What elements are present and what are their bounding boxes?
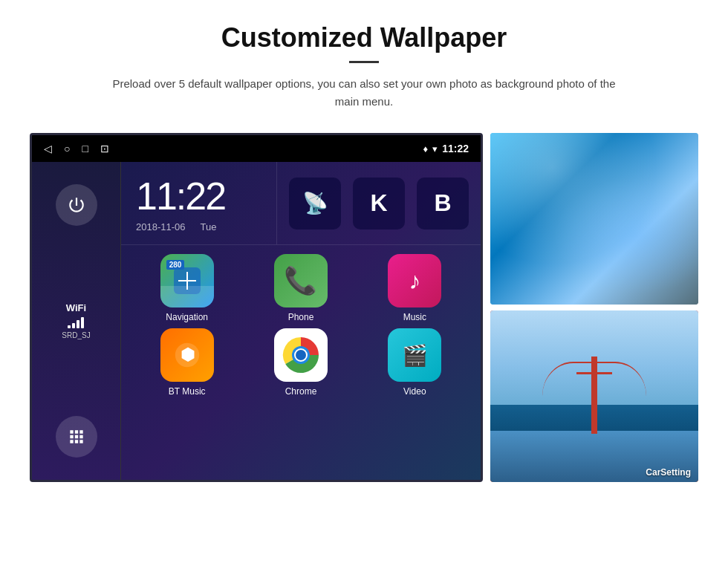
recents-icon[interactable]: □ [82, 143, 88, 154]
wifi-icon: ▾ [432, 143, 438, 154]
k-label: K [370, 189, 387, 217]
clock-day-value: Tue [201, 221, 217, 232]
location-icon: ♦ [423, 143, 429, 154]
wifi-info: WiFi SRD_SJ [62, 302, 90, 339]
right-panel: CarSetting [490, 133, 698, 482]
bt-music-label: BT Music [169, 386, 206, 397]
wallpaper-preview-bottom[interactable]: CarSetting [490, 310, 698, 482]
b-label: B [434, 189, 451, 217]
status-left: ◁ ○ □ ⊡ [44, 143, 109, 154]
carsetting-label: CarSetting [646, 467, 691, 478]
back-icon[interactable]: ◁ [44, 143, 52, 154]
music-label: Music [403, 312, 426, 322]
wifi-ssid: SRD_SJ [62, 331, 90, 339]
app-music[interactable]: ♪ Music [361, 254, 469, 322]
wifi-widget[interactable]: 📡 [289, 178, 341, 230]
page-header: Customized Wallpaper Preload over 5 defa… [0, 0, 728, 126]
bt-music-icon: ⬢ [160, 328, 214, 382]
wifi-bars [62, 316, 90, 328]
k-widget[interactable]: K [353, 178, 405, 230]
svg-text:⬢: ⬢ [180, 345, 194, 364]
home-screen: WiFi SRD_SJ [32, 162, 481, 480]
status-right: ♦ ▾ 11:22 [423, 143, 469, 154]
app-video[interactable]: 🎬 Video [361, 328, 469, 397]
b-widget[interactable]: B [417, 178, 469, 230]
app-phone[interactable]: 📞 Phone [247, 254, 354, 322]
clock-time: 11:22 [136, 174, 261, 218]
wifi-symbol-icon: 📡 [302, 191, 328, 215]
music-note-symbol: ♪ [409, 267, 420, 295]
clock-section: 11:22 2018-11-06 Tue [121, 162, 277, 244]
screenshot-icon[interactable]: ⊡ [100, 143, 109, 154]
left-sidebar: WiFi SRD_SJ [32, 162, 121, 480]
status-bar: ◁ ○ □ ⊡ ♦ ▾ 11:22 [32, 135, 481, 162]
music-icon: ♪ [388, 254, 441, 307]
clock-date-value: 2018-11-06 [136, 221, 186, 232]
main-area: 11:22 2018-11-06 Tue 📡 K [121, 162, 481, 480]
app-chrome[interactable]: Chrome [247, 328, 354, 397]
video-icon: 🎬 [388, 328, 441, 382]
phone-symbol: 📞 [284, 265, 317, 296]
video-clap-symbol: 🎬 [402, 343, 428, 368]
app-navigation[interactable]: 280 Navigation [133, 254, 241, 322]
bridge-cable-right [584, 362, 646, 430]
app-bt-music[interactable]: ⬢ BT Music [133, 328, 241, 397]
widget-icons: 📡 K B [277, 162, 481, 244]
main-content: ◁ ○ □ ⊡ ♦ ▾ 11:22 WiFi [0, 126, 728, 489]
page-description: Preload over 5 default wallpaper options… [104, 75, 624, 111]
title-divider [349, 61, 379, 63]
wallpaper-preview-top[interactable] [490, 133, 698, 305]
bluetooth-icon: ⬢ [174, 342, 201, 368]
device-frame: ◁ ○ □ ⊡ ♦ ▾ 11:22 WiFi [30, 133, 483, 482]
ice-texture [490, 133, 698, 305]
nav-road [160, 286, 214, 307]
clock-widget: 11:22 2018-11-06 Tue 📡 K [121, 162, 481, 245]
navigation-label: Navigation [166, 312, 208, 322]
chrome-label: Chrome [285, 386, 317, 397]
page-title: Customized Wallpaper [59, 22, 669, 53]
status-time: 11:22 [442, 143, 469, 154]
grid-icon [67, 427, 86, 446]
svg-point-8 [296, 350, 306, 360]
power-button[interactable] [56, 184, 97, 226]
power-icon [67, 195, 86, 215]
apps-button[interactable] [56, 416, 97, 458]
video-label: Video [403, 386, 426, 397]
chrome-svg [280, 334, 322, 376]
home-icon[interactable]: ○ [64, 143, 70, 154]
phone-label: Phone [288, 312, 314, 322]
wifi-label: WiFi [62, 302, 90, 313]
chrome-icon [274, 328, 328, 382]
bridge-scene [490, 310, 698, 482]
app-grid: 280 Navigation 📞 [121, 245, 481, 406]
nav-badge: 280 [166, 260, 185, 270]
navigation-icon: 280 [160, 254, 214, 307]
phone-icon: 📞 [274, 254, 328, 307]
clock-date: 2018-11-06 Tue [136, 221, 261, 232]
